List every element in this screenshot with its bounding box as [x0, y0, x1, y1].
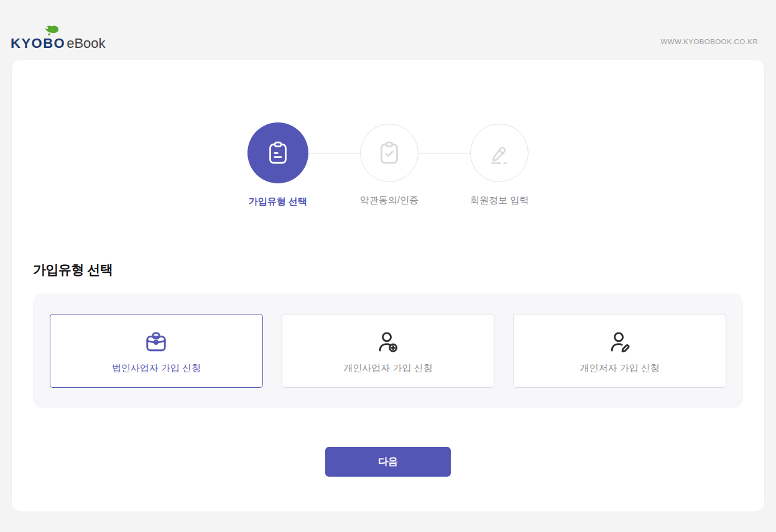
option-individual-business[interactable]: 개인사업자 가입 신청	[282, 314, 495, 388]
logo-text: KYOBO eBook	[11, 37, 106, 50]
step-2-circle	[360, 124, 418, 182]
signup-card: 가입유형 선택 약관동의/인증	[11, 59, 765, 512]
kyobo-bird-icon	[39, 25, 59, 36]
step-member-info: 회원정보 입력	[470, 122, 529, 206]
option-corporate-business[interactable]: 법인사업자 가입 신청	[50, 314, 263, 388]
step-1-label: 가입유형 선택	[249, 196, 307, 208]
site-url: WWW.KYOBOBOOK.CO.KR	[661, 38, 758, 50]
signup-page: KYOBO eBook WWW.KYOBOBOOK.CO.KR 가입유형 선택	[0, 0, 776, 512]
step-3-circle	[470, 124, 529, 182]
step-connector	[308, 153, 360, 154]
step-connector	[418, 153, 470, 154]
step-join-type: 가입유형 선택	[247, 122, 308, 208]
clipboard-icon	[264, 139, 292, 167]
user-plus-icon	[374, 328, 402, 356]
next-button[interactable]: 다음	[325, 447, 451, 477]
user-edit-icon	[606, 328, 634, 356]
step-2-label: 약관동의/인증	[360, 195, 418, 206]
step-3-label: 회원정보 입력	[470, 195, 529, 206]
clipboard-check-icon	[376, 139, 403, 167]
pencil-icon	[486, 139, 513, 167]
option-label: 개인저자 가입 신청	[580, 362, 660, 374]
logo-ebook-text: eBook	[67, 37, 105, 50]
signup-stepper: 가입유형 선택 약관동의/인증	[12, 60, 764, 208]
section-title: 가입유형 선택	[33, 261, 764, 278]
step-terms-verify: 약관동의/인증	[360, 122, 418, 206]
logo-kyobo-text: KYOBO	[11, 37, 65, 50]
kyobo-ebook-logo[interactable]: KYOBO eBook	[11, 25, 106, 50]
join-type-options: 법인사업자 가입 신청 개인사업자 가입 신청 개인저자 가	[33, 293, 743, 408]
briefcase-icon	[142, 328, 170, 356]
option-label: 법인사업자 가입 신청	[112, 362, 201, 374]
option-label: 개인사업자 가입 신청	[343, 362, 432, 374]
header: KYOBO eBook WWW.KYOBOBOOK.CO.KR	[0, 0, 776, 59]
option-individual-author[interactable]: 개인저자 가입 신청	[513, 314, 726, 388]
step-1-circle	[247, 122, 308, 183]
